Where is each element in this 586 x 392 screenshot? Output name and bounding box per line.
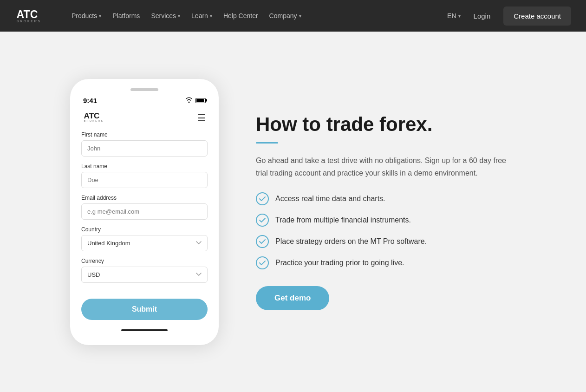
nav-company-chevron: ▾ — [299, 13, 301, 19]
section-title: How to trade forex. — [256, 113, 516, 136]
language-selector[interactable]: EN ▾ — [447, 12, 460, 20]
first-name-label: First name — [81, 131, 208, 138]
nav-products-label: Products — [72, 12, 97, 20]
nav-learn[interactable]: Learn ▾ — [187, 8, 217, 23]
check-icon-2 — [256, 214, 269, 227]
nav-products-chevron: ▾ — [99, 13, 101, 19]
phone-form: First name Last name Email address Count… — [79, 131, 209, 320]
nav-products[interactable]: Products ▾ — [67, 8, 106, 23]
first-name-input[interactable] — [81, 140, 208, 157]
phone-app-logo: ATC BROKERS — [83, 110, 116, 126]
check-icon-1 — [256, 192, 269, 205]
nav-right: EN ▾ Login Create account — [447, 7, 571, 26]
nav-helpcenter[interactable]: Help Center — [219, 8, 263, 23]
email-label: Email address — [81, 195, 208, 201]
nav-services[interactable]: Services ▾ — [146, 8, 185, 23]
title-underline — [256, 142, 278, 144]
battery-icon — [195, 98, 206, 103]
check-icon-3 — [256, 235, 269, 248]
nav-learn-chevron: ▾ — [210, 13, 212, 19]
nav-company[interactable]: Company ▾ — [265, 8, 306, 23]
email-input[interactable] — [81, 203, 208, 220]
feature-text-4: Practice your trading prior to going liv… — [275, 259, 404, 267]
svg-text:BROKERS: BROKERS — [84, 119, 104, 122]
svg-text:ATC: ATC — [84, 111, 100, 120]
country-group: Country United Kingdom United States Aus… — [81, 226, 208, 251]
main-content: 9:41 ATC BROKERS — [0, 32, 586, 392]
phone-home-indicator — [121, 329, 168, 331]
logo[interactable]: ATC BROKERS — [15, 6, 52, 26]
wifi-icon — [185, 97, 193, 104]
currency-label: Currency — [81, 258, 208, 264]
hamburger-icon[interactable]: ☰ — [197, 112, 206, 124]
phone-time: 9:41 — [83, 97, 97, 105]
phone-submit-button[interactable]: Submit — [81, 299, 208, 320]
phone-notch — [130, 88, 158, 91]
navbar: ATC BROKERS Products ▾ Platforms Service… — [0, 0, 586, 32]
phone-status-bar: 9:41 — [79, 95, 209, 108]
phone-status-icons — [185, 97, 206, 104]
nav-services-chevron: ▾ — [178, 13, 180, 19]
country-select[interactable]: United Kingdom United States Australia — [81, 235, 208, 251]
feature-list: Access real time data and charts. Trade … — [256, 192, 516, 269]
feature-text-2: Trade from multiple financial instrument… — [275, 216, 411, 224]
nav-helpcenter-label: Help Center — [223, 12, 258, 20]
language-label: EN — [447, 12, 456, 20]
feature-item-2: Trade from multiple financial instrument… — [256, 214, 516, 227]
language-chevron: ▾ — [458, 13, 461, 19]
feature-item-4: Practice your trading prior to going liv… — [256, 256, 516, 269]
last-name-input[interactable] — [81, 172, 208, 188]
feature-item-3: Place strategy orders on the MT Pro soft… — [256, 235, 516, 248]
feature-item-1: Access real time data and charts. — [256, 192, 516, 205]
nav-platforms-label: Platforms — [112, 12, 140, 20]
feature-text-3: Place strategy orders on the MT Pro soft… — [275, 237, 427, 246]
right-content: How to trade forex. Go ahead and take a … — [256, 113, 516, 310]
email-group: Email address — [81, 195, 208, 220]
section-description: Go ahead and take a test drive with no o… — [256, 155, 516, 179]
get-demo-button[interactable]: Get demo — [256, 286, 329, 310]
country-label: Country — [81, 226, 208, 233]
nav-company-label: Company — [269, 12, 297, 20]
feature-text-1: Access real time data and charts. — [275, 195, 385, 203]
login-link[interactable]: Login — [468, 8, 496, 24]
svg-text:BROKERS: BROKERS — [17, 20, 41, 23]
phone-app-bar: ATC BROKERS ☰ — [79, 108, 209, 131]
currency-group: Currency USD EUR GBP — [81, 258, 208, 283]
first-name-group: First name — [81, 131, 208, 157]
check-icon-4 — [256, 256, 269, 269]
nav-platforms[interactable]: Platforms — [108, 8, 144, 23]
nav-services-label: Services — [151, 12, 176, 20]
last-name-group: Last name — [81, 163, 208, 188]
svg-text:ATC: ATC — [17, 8, 38, 20]
phone-mockup: 9:41 ATC BROKERS — [70, 79, 219, 345]
nav-learn-label: Learn — [191, 12, 208, 20]
currency-select[interactable]: USD EUR GBP — [81, 267, 208, 283]
create-account-button[interactable]: Create account — [503, 7, 571, 26]
nav-links: Products ▾ Platforms Services ▾ Learn ▾ … — [67, 8, 447, 23]
last-name-label: Last name — [81, 163, 208, 170]
